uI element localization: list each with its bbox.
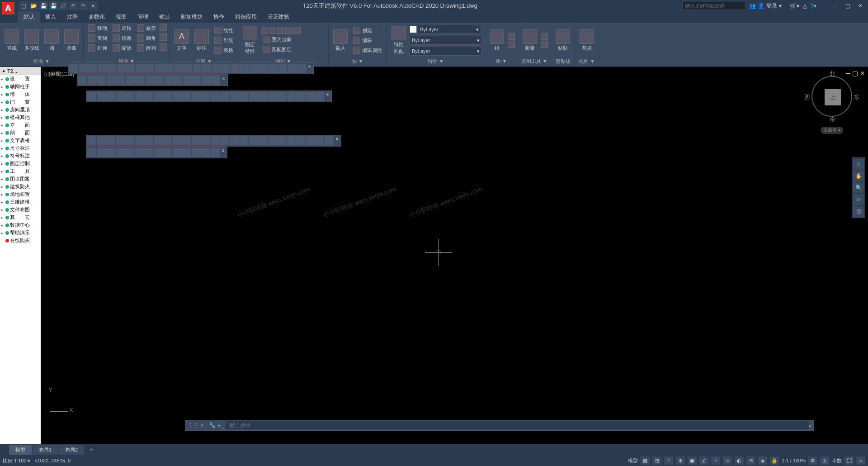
tb-btn[interactable] — [183, 76, 192, 85]
drawing-canvas[interactable]: [-][俯视][二维] ─ ▢ ✕ x x x x x 上 北 南 东 西 未命… — [41, 67, 868, 444]
qat-save-icon[interactable]: 💾 — [39, 1, 48, 10]
tb-btn[interactable] — [88, 64, 97, 73]
tb-btn[interactable] — [297, 64, 306, 73]
palette-category[interactable]: ▸文件布图 — [0, 206, 41, 214]
modify-tool-button[interactable]: 缩放 — [111, 43, 133, 52]
viewcube-south[interactable]: 南 — [830, 115, 835, 123]
tb-btn[interactable] — [125, 92, 134, 101]
toolbar-close-icon[interactable]: x — [325, 92, 330, 101]
tb-btn[interactable] — [107, 64, 116, 73]
isolate-icon[interactable]: ◎ — [820, 456, 829, 465]
grid-toggle-icon[interactable]: ▦ — [641, 456, 650, 465]
3dosnap-icon[interactable]: ◈ — [758, 456, 767, 465]
tb-btn[interactable] — [79, 64, 88, 73]
nav-wheel-icon[interactable]: ⊙ — [853, 159, 864, 170]
tb-btn[interactable] — [135, 148, 144, 157]
annotation-scale-icon[interactable]: 🔒 — [770, 456, 779, 465]
tb-btn[interactable] — [164, 64, 173, 73]
add-layout-button[interactable]: + — [85, 445, 97, 454]
tb-btn[interactable] — [202, 76, 211, 85]
tb-btn[interactable] — [258, 136, 267, 145]
group-button[interactable]: 组 — [488, 25, 506, 55]
qat-open-icon[interactable]: 📂 — [29, 1, 38, 10]
tb-btn[interactable] — [117, 64, 126, 73]
tb-btn[interactable] — [155, 64, 164, 73]
tb-btn[interactable] — [239, 136, 248, 145]
cmd-wrench-icon[interactable]: 🔧 — [209, 422, 216, 428]
tb-btn[interactable] — [269, 64, 278, 73]
color-dropdown[interactable]: ByLayer▾ — [418, 25, 481, 34]
tb-btn[interactable] — [201, 148, 210, 157]
scale-display[interactable]: 比例 1:100 ▾ — [3, 457, 30, 464]
transparency-icon[interactable]: ◐ — [735, 456, 744, 465]
palette-category[interactable]: ▸楼梯其他 — [0, 114, 41, 121]
layer-freeze-icon[interactable] — [269, 27, 276, 34]
snap-toggle-icon[interactable]: ⊞ — [652, 456, 661, 465]
tb-btn[interactable] — [220, 92, 229, 101]
tb-btn[interactable] — [144, 148, 153, 157]
palette-category[interactable]: ▸轴网柱子 — [0, 83, 41, 90]
tb-btn[interactable] — [135, 136, 144, 145]
qat-saveas-icon[interactable]: 💾 — [49, 1, 58, 10]
tb-btn[interactable] — [306, 92, 315, 101]
palette-category[interactable]: ▸门 窗 — [0, 98, 41, 106]
match-properties-button[interactable]: 特性 匹配 — [390, 25, 408, 55]
tb-btn[interactable] — [230, 136, 239, 145]
qat-redo-icon[interactable]: ↷ — [79, 1, 88, 10]
tb-btn[interactable] — [163, 92, 172, 101]
ribbon-tab[interactable]: 附加模块 — [175, 11, 208, 23]
qat-undo-icon[interactable]: ↶ — [69, 1, 78, 10]
tb-btn[interactable] — [106, 92, 115, 101]
basepoint-button[interactable]: 基点 — [578, 25, 596, 55]
ribbon-tab[interactable]: 参数化 — [83, 11, 110, 23]
cmd-grip-icon[interactable]: ⋮⋮ ✕ — [188, 422, 204, 428]
palette-category[interactable]: ▸符号标注 — [0, 152, 41, 160]
tb-btn[interactable] — [315, 92, 324, 101]
search-input[interactable] — [682, 2, 745, 10]
tb-btn[interactable] — [268, 92, 277, 101]
tb-btn[interactable] — [315, 136, 324, 145]
tb-btn[interactable] — [125, 148, 134, 157]
tb-btn[interactable] — [126, 64, 135, 73]
tb-btn[interactable] — [192, 136, 201, 145]
help-icon[interactable]: ?▾ — [811, 3, 816, 9]
zoom-display[interactable]: 1:1 / 100% — [782, 458, 806, 463]
dimension-button[interactable]: 标注 — [193, 25, 211, 55]
ribbon-tab[interactable]: 协作 — [208, 11, 230, 23]
nav-showmotion-icon[interactable]: ▦ — [853, 206, 864, 217]
tb-btn[interactable] — [107, 76, 116, 85]
tb-btn[interactable] — [135, 76, 144, 85]
draw-tool-button[interactable]: 圆 — [42, 25, 61, 55]
tb-btn[interactable] — [258, 92, 267, 101]
text-button[interactable]: A文字 — [173, 25, 191, 55]
tb-btn[interactable] — [211, 148, 220, 157]
util2-icon[interactable] — [541, 41, 548, 48]
fullscreen-icon[interactable]: ⛶ — [844, 456, 854, 465]
annotation-tool-button[interactable]: 引线 — [212, 36, 235, 45]
tb-btn[interactable] — [97, 136, 106, 145]
tb-btn[interactable] — [202, 64, 211, 73]
tb-btn[interactable] — [97, 76, 106, 85]
palette-category[interactable]: ▸其 它 — [0, 214, 41, 221]
tb-btn[interactable] — [231, 64, 240, 73]
modify-tool-button[interactable]: 阵列 — [135, 43, 158, 52]
tb-btn[interactable] — [163, 136, 172, 145]
modify-tool-button[interactable]: 拉伸 — [86, 43, 109, 52]
draw-close-icon[interactable]: ✕ — [860, 70, 865, 77]
command-input[interactable] — [226, 421, 809, 429]
extra-icon[interactable] — [160, 43, 167, 51]
ribbon-tab[interactable]: 输出 — [154, 11, 175, 23]
viewcube-east[interactable]: 东 — [854, 93, 859, 101]
viewcube[interactable]: 上 北 南 东 西 未命名 ▾ — [809, 71, 854, 135]
tb-btn[interactable] — [296, 92, 305, 101]
ribbon-tab[interactable]: 精选应用 — [230, 11, 262, 23]
tb-btn[interactable] — [145, 64, 154, 73]
paste-button[interactable]: 粘贴 — [554, 25, 572, 55]
tb-btn[interactable] — [278, 64, 287, 73]
login-button[interactable]: 👥 👤 登录 ▾ — [749, 2, 782, 10]
tb-btn[interactable] — [306, 136, 315, 145]
tb-btn[interactable] — [193, 64, 202, 73]
cycling-icon[interactable]: ⟲ — [746, 456, 755, 465]
palette-category[interactable]: ▸场地布置 — [0, 190, 41, 198]
floating-toolbar-4[interactable]: x — [86, 135, 341, 147]
